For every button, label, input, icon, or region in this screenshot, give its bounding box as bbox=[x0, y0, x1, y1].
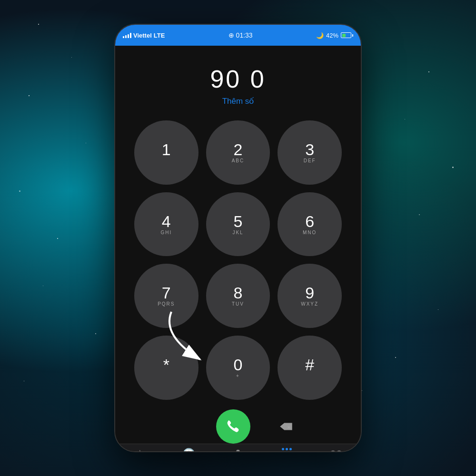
svg-point-3 bbox=[337, 451, 342, 452]
backspace-icon: ✕ bbox=[279, 421, 293, 432]
key-7[interactable]: 7 PQRS bbox=[134, 264, 198, 328]
key-3[interactable]: 3 DEF bbox=[278, 120, 342, 185]
dialer-screen: 90 0 Thêm số 1 2 ABC 3 DEF bbox=[115, 46, 361, 444]
key-0[interactable]: 0 + bbox=[206, 336, 270, 400]
tab-voicemail[interactable]: Thư thoại bbox=[312, 448, 361, 452]
key-hash[interactable]: # bbox=[278, 336, 342, 400]
hotspot-icon: ⊕ bbox=[228, 31, 236, 39]
svg-point-2 bbox=[330, 451, 336, 452]
keypad-icon bbox=[282, 448, 292, 452]
call-row: ✕ bbox=[115, 400, 361, 444]
battery-fill bbox=[342, 34, 346, 37]
key-8[interactable]: 8 TUV bbox=[206, 264, 270, 328]
moon-icon: 🌙 bbox=[316, 32, 324, 39]
tab-favorites[interactable]: ★ Mục ưa thích bbox=[115, 448, 164, 452]
key-4[interactable]: 4 GHI bbox=[134, 192, 198, 257]
key-1[interactable]: 1 bbox=[134, 120, 198, 185]
voicemail-icon bbox=[330, 448, 342, 452]
tab-bar: ★ Mục ưa thích 🕐 Gần đây Danh bạ bbox=[115, 444, 361, 452]
svg-point-1 bbox=[236, 449, 239, 452]
phone-icon bbox=[226, 419, 241, 434]
status-bar: Viettel LTE ⊕ 01:33 🌙 42% bbox=[115, 25, 361, 46]
key-star[interactable]: * bbox=[134, 336, 198, 400]
battery-body bbox=[341, 32, 351, 38]
svg-text:✕: ✕ bbox=[287, 425, 291, 429]
recent-icon: 🕐 bbox=[182, 448, 195, 452]
dialed-number: 90 0 bbox=[210, 65, 266, 93]
battery-pct-label: 42% bbox=[326, 32, 338, 39]
call-button[interactable] bbox=[216, 409, 250, 444]
number-display: 90 0 Thêm số bbox=[210, 65, 266, 106]
key-5[interactable]: 5 JKL bbox=[206, 192, 270, 257]
add-number-link[interactable]: Thêm số bbox=[210, 96, 266, 106]
battery-tip bbox=[352, 34, 353, 37]
tab-recent[interactable]: 🕐 Gần đây bbox=[164, 448, 213, 452]
backspace-button[interactable]: ✕ bbox=[268, 421, 342, 432]
voicemail-svg bbox=[330, 450, 342, 452]
contacts-icon bbox=[233, 448, 243, 452]
status-time: ⊕ 01:33 bbox=[228, 31, 253, 39]
network-label: LTE bbox=[154, 32, 165, 39]
signal-bars-icon bbox=[123, 32, 131, 38]
carrier-label: Viettel bbox=[133, 32, 152, 39]
favorites-icon: ★ bbox=[135, 448, 145, 452]
tab-keypad[interactable]: Bàn phím bbox=[263, 448, 312, 452]
key-9[interactable]: 9 WXYZ bbox=[278, 264, 342, 328]
keypad-grid: 1 2 ABC 3 DEF 4 GHI 5 JKL bbox=[115, 106, 361, 400]
status-left: Viettel LTE bbox=[123, 32, 165, 39]
status-right: 🌙 42% bbox=[316, 32, 353, 39]
battery-icon bbox=[341, 32, 353, 38]
tab-contacts[interactable]: Danh bạ bbox=[213, 448, 262, 452]
phone-container: Viettel LTE ⊕ 01:33 🌙 42% bbox=[114, 24, 362, 452]
phone-frame: Viettel LTE ⊕ 01:33 🌙 42% bbox=[114, 24, 362, 452]
person-icon bbox=[233, 448, 243, 452]
key-6[interactable]: 6 MNO bbox=[278, 192, 342, 257]
key-2[interactable]: 2 ABC bbox=[206, 120, 270, 185]
